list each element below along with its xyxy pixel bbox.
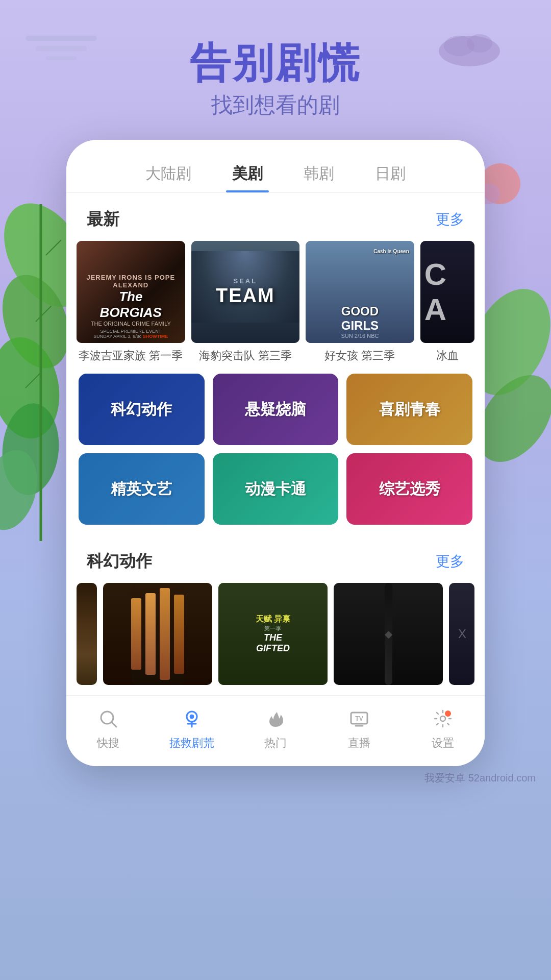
latest-section-header: 最新 更多: [66, 193, 485, 241]
watermark-text: 我爱安卓 52android.com: [424, 772, 536, 783]
svg-point-14: [0, 444, 45, 536]
genre-variety-label: 综艺选秀: [379, 479, 440, 500]
sealteam-text: SEAL TEAM: [216, 277, 275, 307]
nav-hot[interactable]: 热门: [250, 706, 301, 751]
header-section: 告别剧慌 找到想看的剧: [0, 0, 551, 140]
latest-more[interactable]: 更多: [436, 210, 464, 229]
nav-search[interactable]: 快搜: [83, 706, 134, 751]
tab-korean[interactable]: 韩剧: [283, 155, 355, 192]
borgias-text: JEREMY IRONS IS POPE ALEXAND TheBORGIAS …: [81, 274, 181, 339]
scifi-thriller[interactable]: ◆: [334, 583, 443, 685]
nav-rescue[interactable]: 拯救剧荒: [166, 706, 217, 751]
tabs-bar: 大陆剧 美剧 韩剧 日剧: [66, 140, 485, 193]
genre-anime-label: 动漫卡通: [245, 479, 306, 500]
genre-scifi-label: 科幻动作: [111, 399, 172, 420]
dark-title: 冰血: [420, 348, 474, 363]
shows-row: JEREMY IRONS IS POPE ALEXAND TheBORGIAS …: [66, 241, 485, 369]
settings-icon: [430, 706, 456, 731]
borgias-title: 李波吉亚家族 第一季: [77, 348, 185, 363]
scifi-section-header: 科幻动作 更多: [66, 535, 485, 583]
tab-mainland[interactable]: 大陆剧: [125, 155, 212, 192]
nav-live[interactable]: TV 直播: [334, 706, 385, 751]
thriller-poster: ◆: [334, 583, 443, 685]
scifi-poster1: [103, 583, 212, 685]
borgias-poster: JEREMY IRONS IS POPE ALEXAND TheBORGIAS …: [77, 241, 185, 343]
scifi-partial-left[interactable]: [77, 583, 97, 685]
search-icon: [95, 706, 121, 731]
genre-variety[interactable]: 综艺选秀: [346, 453, 472, 525]
svg-line-13: [26, 373, 41, 388]
scifi-show1[interactable]: [103, 583, 212, 685]
svg-point-20: [190, 715, 194, 719]
svg-line-12: [36, 306, 51, 322]
genre-anime[interactable]: 动漫卡通: [213, 453, 339, 525]
tab-us[interactable]: 美剧: [212, 155, 283, 192]
show-sealteam[interactable]: SEAL TEAM 海豹突击队 第三季: [191, 241, 300, 363]
gifted-text: 天赋 异禀 第一季 THEGIFTED: [256, 614, 290, 654]
footer-watermark: 我爱安卓 52android.com: [0, 766, 551, 790]
gifted-poster: 天赋 异禀 第一季 THEGIFTED: [218, 583, 328, 685]
fire-icon: [263, 706, 288, 731]
svg-text:TV: TV: [355, 715, 363, 722]
scifi-more[interactable]: 更多: [436, 552, 464, 571]
scifi-title: 科幻动作: [87, 550, 152, 573]
scifi-partial-right[interactable]: X: [449, 583, 474, 685]
show-dark[interactable]: CA 冰血: [420, 241, 474, 363]
sealteam-poster: SEAL TEAM: [191, 241, 300, 343]
nav-settings[interactable]: 设置: [417, 706, 468, 751]
svg-line-18: [112, 722, 116, 727]
nav-rescue-label: 拯救剧荒: [169, 736, 214, 751]
header-title: 告别剧慌: [0, 41, 551, 86]
bg-blob-pink: [480, 163, 520, 204]
genre-elite[interactable]: 精英文艺: [79, 453, 205, 525]
tv-icon: TV: [346, 706, 372, 731]
genre-scifi[interactable]: 科幻动作: [79, 374, 205, 445]
nav-hot-label: 热门: [264, 736, 287, 751]
goodgirls-poster: GOOD GIRLS SUN 2/16 NBC Cash is Queen: [306, 241, 414, 343]
goodgirls-text: GOOD GIRLS SUN 2/16 NBC: [341, 304, 379, 339]
header-subtitle: 找到想看的剧: [0, 91, 551, 119]
genre-comedy-label: 喜剧青春: [379, 399, 440, 420]
svg-line-11: [46, 240, 61, 255]
svg-point-26: [440, 716, 445, 721]
nav-settings-label: 设置: [432, 736, 454, 751]
tab-japanese[interactable]: 日剧: [355, 155, 426, 192]
bottom-nav: 快搜 拯救剧荒 热门: [66, 695, 485, 766]
show-goodgirls[interactable]: GOOD GIRLS SUN 2/16 NBC Cash is Queen 好女…: [306, 241, 414, 363]
nav-search-label: 快搜: [97, 736, 119, 751]
dark-poster: CA: [420, 241, 474, 343]
genre-mystery[interactable]: 悬疑烧脑: [213, 374, 339, 445]
svg-point-8: [0, 332, 67, 444]
scifi-gifted[interactable]: 天赋 异禀 第一季 THEGIFTED: [218, 583, 328, 685]
goodgirls-title: 好女孩 第三季: [306, 348, 414, 363]
genre-elite-label: 精英文艺: [111, 479, 172, 500]
rescue-icon: [179, 706, 205, 731]
genre-mystery-label: 悬疑烧脑: [245, 399, 306, 420]
sealteam-title: 海豹突击队 第三季: [191, 348, 300, 363]
genre-grid: 科幻动作 悬疑烧脑 喜剧青春 精英文艺 动漫卡通 综艺选秀: [66, 369, 485, 535]
latest-title: 最新: [87, 208, 119, 231]
phone-container: 大陆剧 美剧 韩剧 日剧 最新 更多 JEREMY IRONS IS POPE …: [66, 140, 485, 766]
scifi-row: 天赋 异禀 第一季 THEGIFTED ◆ X: [66, 583, 485, 695]
show-borgias[interactable]: JEREMY IRONS IS POPE ALEXAND TheBORGIAS …: [77, 241, 185, 363]
svg-point-9: [0, 401, 63, 498]
genre-comedy[interactable]: 喜剧青春: [346, 374, 472, 445]
nav-live-label: 直播: [348, 736, 370, 751]
svg-point-27: [445, 710, 451, 717]
